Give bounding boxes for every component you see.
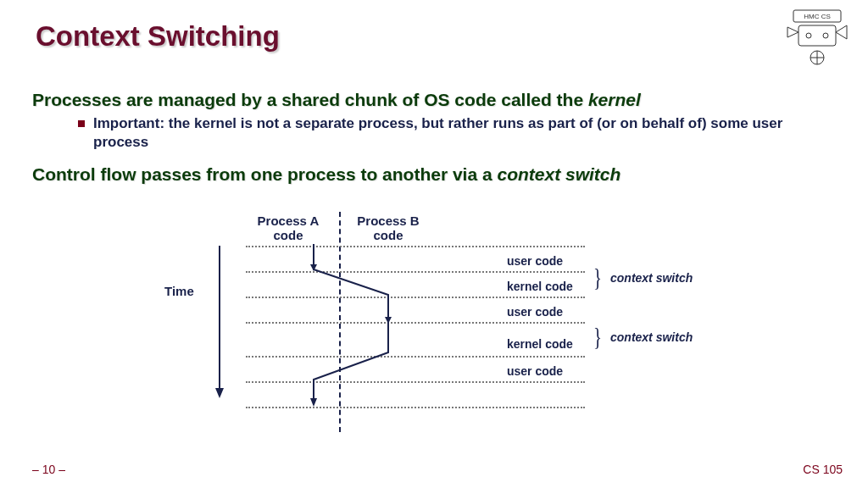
point-1-text: Processes are managed by a shared chunk … (32, 90, 588, 109)
brace-icon: } (593, 263, 602, 291)
page-number: – 10 – (32, 463, 65, 476)
course-code: CS 105 (803, 463, 843, 476)
svg-marker-10 (385, 317, 392, 324)
proc-a-l1: Process A (258, 214, 320, 228)
svg-marker-8 (215, 388, 224, 398)
context-switch-label-1: context switch (610, 271, 693, 285)
sub-bullet-1-text: Important: the kernel is not a separate … (93, 114, 834, 152)
point-2: Control flow passes from one process to … (32, 164, 834, 186)
point-2-text: Control flow passes from one process to … (32, 164, 497, 184)
row-label-kernel-2: kernel code (507, 337, 573, 351)
time-arrow-icon (214, 246, 225, 398)
svg-marker-11 (310, 398, 317, 407)
point-1-keyword: kernel (588, 90, 641, 109)
sub-bullet-1: Important: the kernel is not a separate … (78, 114, 834, 152)
execution-flow-line (246, 244, 500, 430)
point-1: Processes are managed by a shared chunk … (32, 89, 834, 111)
brace-icon: } (593, 322, 602, 351)
svg-point-2 (806, 33, 811, 38)
content-area: Processes are managed by a shared chunk … (32, 89, 834, 190)
hmc-cs-logo: HMC CS (783, 8, 851, 68)
row-label-user-3: user code (507, 364, 563, 378)
context-switch-diagram: Time Process A code Process B code user … (161, 212, 754, 432)
svg-point-3 (823, 33, 828, 38)
process-b-header: Process B code (346, 214, 431, 243)
row-label-user-2: user code (507, 305, 563, 319)
point-2-keyword: context switch (497, 164, 620, 184)
proc-a-l2: code (273, 228, 303, 242)
row-label-kernel-1: kernel code (507, 280, 573, 293)
context-switch-label-2: context switch (610, 330, 693, 344)
slide-title: Context Switching (36, 20, 280, 53)
proc-b-l1: Process B (357, 214, 419, 228)
row-label-user-1: user code (507, 254, 563, 268)
process-a-header: Process A code (246, 214, 331, 243)
svg-rect-1 (798, 25, 836, 46)
time-label: Time (164, 284, 194, 298)
bullet-square-icon (78, 120, 85, 127)
proc-b-l2: code (373, 228, 403, 242)
logo-text: HMC CS (804, 13, 831, 20)
